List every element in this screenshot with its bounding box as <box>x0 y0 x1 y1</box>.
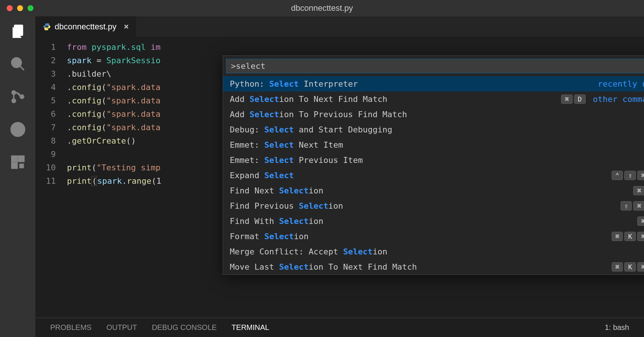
python-icon <box>43 23 51 31</box>
titlebar: dbconnecttest.py <box>0 0 644 16</box>
debug-disabled-icon[interactable] <box>10 121 26 138</box>
keybinding: ⌘E <box>637 216 644 226</box>
command-label: Add Selection To Previous Find Match <box>230 110 407 119</box>
command-palette: Python: Select Interpreterrecently usedA… <box>223 55 644 275</box>
tab-bar: dbconnecttest.py × <box>35 16 644 37</box>
svg-point-8 <box>15 126 20 133</box>
command-palette-list: Python: Select Interpreterrecently usedA… <box>223 76 644 275</box>
line-number: 5 <box>35 94 56 107</box>
tab-label: dbconnecttest.py <box>55 22 116 32</box>
svg-line-2 <box>20 66 24 70</box>
command-palette-item[interactable]: Find Next Selection⌘F3 <box>223 183 644 198</box>
close-icon[interactable]: × <box>124 22 129 32</box>
tab-debug-console[interactable]: DEBUG CONSOLE <box>152 323 216 332</box>
command-palette-item[interactable]: Debug: Select and Start Debugging <box>223 122 644 137</box>
bottom-panel: PROBLEMS OUTPUT DEBUG CONSOLE TERMINAL 1… <box>35 318 644 337</box>
line-number: 8 <box>35 134 56 148</box>
svg-point-16 <box>45 24 46 25</box>
svg-point-17 <box>48 29 48 30</box>
keybinding: ⌘D <box>561 94 586 104</box>
svg-line-11 <box>21 128 23 128</box>
command-palette-item[interactable]: Emmet: Select Previous Item <box>223 153 644 168</box>
command-palette-item[interactable]: Find With Selection⌘E <box>223 214 644 229</box>
line-number: 9 <box>35 148 56 161</box>
line-number: 1 <box>35 41 56 54</box>
svg-rect-13 <box>18 156 24 162</box>
editor-body[interactable]: 1234567891011 from pyspark.sql imspark =… <box>35 37 644 318</box>
command-palette-item[interactable]: Format Selection⌘K⌘F <box>223 229 644 244</box>
extensions-icon[interactable] <box>10 154 26 170</box>
command-label: Find Next Selection <box>230 186 323 195</box>
window-minimize-button[interactable] <box>17 5 23 11</box>
command-label: Emmet: Select Next Item <box>230 140 343 150</box>
line-number: 6 <box>35 107 56 121</box>
command-label: Emmet: Select Previous Item <box>230 155 363 165</box>
traffic-lights <box>7 5 33 11</box>
command-label: Merge Conflict: Accept Selection <box>230 247 387 256</box>
line-number: 10 <box>35 161 56 174</box>
keybinding: ⌘K⌘F <box>612 232 644 241</box>
command-palette-item[interactable]: Merge Conflict: Accept Selection <box>223 244 644 259</box>
command-label: Find Previous Selection <box>230 201 343 211</box>
command-hint: other commands <box>593 94 644 104</box>
keybinding: ⌘K⌘D <box>612 262 644 272</box>
command-label: Debug: Select and Start Debugging <box>230 125 392 134</box>
line-number: 11 <box>35 174 56 188</box>
explorer-icon[interactable] <box>10 23 26 39</box>
line-number: 7 <box>35 121 56 134</box>
command-palette-item[interactable]: Add Selection To Previous Find Match <box>223 107 644 122</box>
tab-file[interactable]: dbconnecttest.py × <box>35 16 136 37</box>
command-palette-item[interactable]: Emmet: Select Next Item <box>223 137 644 153</box>
command-label: Expand Select <box>230 171 294 180</box>
command-palette-item[interactable]: Find Previous Selection⇧⌘F3 <box>223 198 644 214</box>
svg-point-3 <box>12 91 15 94</box>
command-label: Add Selection To Next Find Match <box>230 94 387 104</box>
tab-problems[interactable]: PROBLEMS <box>50 323 91 332</box>
source-control-icon[interactable] <box>10 89 26 105</box>
command-hint: recently used <box>598 79 644 89</box>
svg-line-10 <box>13 128 15 128</box>
command-label: Python: Select Interpreter <box>230 79 358 89</box>
tab-terminal[interactable]: TERMINAL <box>232 323 269 332</box>
line-number-gutter: 1234567891011 <box>35 41 67 318</box>
keybinding: ⌃⇧⌘→ <box>612 171 644 180</box>
line-number: 4 <box>35 81 56 94</box>
editor-area: dbconnecttest.py × 1234567891011 from py… <box>35 16 644 337</box>
command-palette-item[interactable]: Move Last Selection To Next Find Match⌘K… <box>223 259 644 275</box>
window-close-button[interactable] <box>7 5 13 11</box>
keybinding: ⌘F3 <box>633 186 644 195</box>
command-palette-input[interactable] <box>226 59 644 73</box>
line-number: 3 <box>35 67 56 81</box>
svg-point-1 <box>12 58 21 68</box>
command-palette-item[interactable]: Expand Select⌃⇧⌘→ <box>223 168 644 183</box>
command-palette-item[interactable]: Python: Select Interpreterrecently used <box>223 76 644 92</box>
activity-bar <box>0 16 35 337</box>
svg-rect-15 <box>20 164 23 168</box>
command-palette-item[interactable]: Add Selection To Next Find Match⌘Dother … <box>223 92 644 107</box>
svg-rect-12 <box>12 156 17 162</box>
terminal-selector[interactable]: 1: bash <box>605 323 629 332</box>
search-icon[interactable] <box>10 56 26 72</box>
keybinding: ⇧⌘F3 <box>621 201 644 211</box>
command-label: Move Last Selection To Next Find Match <box>230 262 417 272</box>
code-line[interactable]: from pyspark.sql im <box>67 41 644 54</box>
tab-output[interactable]: OUTPUT <box>106 323 137 332</box>
window-title: dbconnecttest.py <box>291 3 353 13</box>
command-label: Format Selection <box>230 232 309 241</box>
svg-rect-14 <box>12 163 17 168</box>
line-number: 2 <box>35 54 56 67</box>
window-maximize-button[interactable] <box>28 5 33 11</box>
svg-point-4 <box>12 99 15 102</box>
command-label: Find With Selection <box>230 216 323 226</box>
